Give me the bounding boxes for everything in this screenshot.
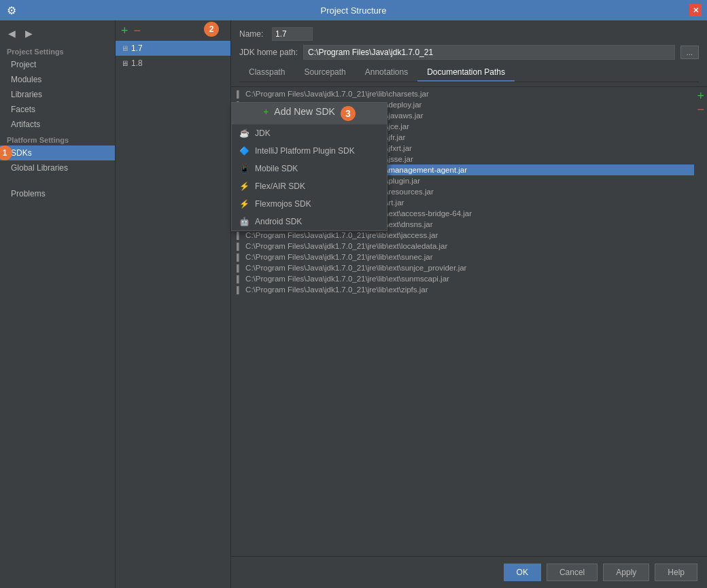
name-value: 1.7: [272, 27, 313, 41]
sidebar-item-libraries[interactable]: Libraries: [0, 87, 115, 102]
title-bar-left: ⚙: [5, 4, 18, 16]
project-settings-label: Project Settings: [0, 44, 115, 57]
badge-1: 1: [0, 145, 12, 160]
file-item[interactable]: ▌C:\Program Files\Java\jdk1.7.0_21\jre\l…: [231, 284, 694, 295]
file-item[interactable]: ▌C:\Program Files\Java\jdk1.7.0_21\jre\l…: [231, 273, 694, 284]
file-icon: ▌: [237, 232, 241, 239]
sidebar-item-facets[interactable]: Facets: [0, 102, 115, 117]
tab-annotations[interactable]: Annotations: [356, 64, 417, 82]
sidebar-item-sdks[interactable]: SDKs 1: [0, 145, 115, 160]
main-container: ◀ ▶ Project Settings Project Modules Lib…: [0, 20, 707, 588]
close-button[interactable]: ✕: [689, 4, 702, 16]
file-icon: ▌: [237, 243, 241, 250]
sdk-option-flex-air[interactable]: ⚡ Flex/AIR SDK: [232, 177, 387, 195]
browse-button[interactable]: ...: [680, 46, 699, 59]
artifacts-label: Artifacts: [11, 120, 40, 129]
sidebar-item-artifacts[interactable]: Artifacts: [0, 117, 115, 132]
flexmojos-label: Flexmojos SDK: [255, 199, 311, 209]
flex-icon: ⚡: [239, 181, 249, 192]
bottom-bar: OK Cancel Apply Help: [231, 556, 707, 588]
mobile-label: Mobile SDK: [255, 164, 298, 173]
sdk-item-1.8[interactable]: 🖥 1.8: [116, 56, 230, 71]
file-icon: ▌: [237, 286, 241, 294]
android-label: Android SDK: [255, 217, 302, 226]
file-item[interactable]: ▌C:\Program Files\Java\jdk1.7.0_21\jre\l…: [231, 262, 694, 273]
file-list-buttons: + −: [694, 87, 707, 556]
sdk-icon: 🖥: [121, 59, 128, 67]
add-sdk-header-label: Add New SDK: [274, 106, 334, 121]
tab-documentation[interactable]: Documentation Paths: [417, 64, 515, 82]
sidebar-item-global-libraries[interactable]: Global Libraries: [0, 160, 115, 175]
add-sdk-button[interactable]: +: [120, 24, 130, 37]
remove-file-button[interactable]: −: [697, 103, 704, 116]
sdk-option-jdk[interactable]: ☕ JDK: [232, 124, 387, 142]
tabs-row: Classpath Sourcepath Annotations Documen…: [239, 64, 699, 82]
cancel-button[interactable]: Cancel: [547, 564, 598, 581]
remove-sdk-button[interactable]: −: [133, 24, 143, 37]
problems-label: Problems: [11, 189, 46, 198]
badge-2: 2: [204, 22, 219, 37]
tab-sourcepath[interactable]: Sourcepath: [294, 64, 355, 82]
flex-label: Flex/AIR SDK: [255, 181, 305, 191]
intellij-icon: 🔷: [239, 145, 249, 156]
modules-label: Modules: [11, 75, 41, 84]
platform-settings-label: Platform Settings: [0, 132, 115, 145]
android-icon: 🤖: [239, 216, 249, 227]
sdk-toolbar: + − 2: [116, 20, 230, 41]
file-icon: ▌: [237, 264, 241, 272]
mobile-icon: 📱: [239, 163, 249, 174]
nav-back-button[interactable]: ◀: [5, 27, 18, 40]
sidebar-item-modules[interactable]: Modules: [0, 72, 115, 87]
flexmojos-icon: ⚡: [239, 198, 249, 209]
file-item[interactable]: ▌C:\Program Files\Java\jdk1.7.0_21\jre\l…: [231, 241, 694, 252]
window-title: Project Structure: [0, 5, 707, 16]
badge-3: 3: [341, 106, 356, 121]
jdk-label: JDK: [255, 128, 271, 138]
sdk-item-label: 1.7: [131, 44, 143, 53]
file-icon: ▌: [237, 254, 241, 261]
sdk-option-intellij-plugin[interactable]: 🔷 IntelliJ Platform Plugin SDK: [232, 142, 387, 160]
libraries-label: Libraries: [11, 90, 42, 99]
ok-button[interactable]: OK: [504, 564, 541, 581]
name-row: Name: 1.7: [239, 27, 699, 41]
jdk-path-row: JDK home path: ...: [239, 45, 699, 60]
name-label: Name:: [239, 29, 266, 39]
app-icon: ⚙: [5, 4, 18, 16]
sdks-label: SDKs: [11, 148, 32, 158]
tab-classpath[interactable]: Classpath: [239, 64, 294, 82]
file-item[interactable]: ▌C:\Program Files\Java\jdk1.7.0_21\jre\l…: [231, 88, 694, 99]
right-panel-header: Name: 1.7 JDK home path: ... Classpath S…: [231, 20, 707, 87]
sidebar-toolbar: ◀ ▶: [0, 23, 115, 44]
global-libraries-label: Global Libraries: [11, 163, 68, 173]
add-file-button[interactable]: +: [697, 90, 704, 102]
sdk-option-android[interactable]: 🤖 Android SDK: [232, 213, 387, 230]
jdk-path-input[interactable]: [303, 45, 675, 60]
file-item[interactable]: ▌C:\Program Files\Java\jdk1.7.0_21\jre\l…: [231, 230, 694, 241]
apply-button[interactable]: Apply: [603, 564, 649, 581]
sidebar: ◀ ▶ Project Settings Project Modules Lib…: [0, 20, 116, 588]
file-icon: ▌: [237, 90, 241, 98]
sidebar-item-problems[interactable]: Problems: [0, 186, 115, 201]
facets-label: Facets: [11, 105, 35, 114]
sdk-item-1.7[interactable]: 🖥 1.7: [116, 41, 230, 56]
sdk-item-label: 1.8: [131, 58, 143, 68]
sdk-icon: 🖥: [121, 44, 128, 52]
file-icon: ▌: [237, 275, 241, 283]
sdk-option-mobile[interactable]: 📱 Mobile SDK: [232, 160, 387, 177]
sdk-list: 🖥 1.7 🖥 1.8: [116, 41, 230, 588]
add-sdk-dropdown: + Add New SDK 3 ☕ JDK 🔷 IntelliJ Platfor…: [231, 102, 387, 231]
project-label: Project: [11, 60, 36, 69]
jdk-path-label: JDK home path:: [239, 48, 298, 57]
nav-forward-button[interactable]: ▶: [22, 27, 35, 40]
intellij-label: IntelliJ Platform Plugin SDK: [255, 146, 355, 156]
title-bar: ⚙ Project Structure ✕: [0, 0, 707, 20]
file-item[interactable]: ▌C:\Program Files\Java\jdk1.7.0_21\jre\l…: [231, 252, 694, 262]
jdk-icon: ☕: [239, 128, 249, 139]
add-sdk-header-icon: +: [263, 106, 269, 121]
sidebar-item-project[interactable]: Project: [0, 57, 115, 72]
sdk-panel: + − 2 🖥 1.7 🖥 1.8 + Add New SDK: [116, 20, 231, 588]
help-button[interactable]: Help: [655, 564, 697, 581]
add-sdk-dropdown-header: + Add New SDK 3: [232, 103, 387, 124]
sdk-option-flexmojos[interactable]: ⚡ Flexmojos SDK: [232, 195, 387, 213]
